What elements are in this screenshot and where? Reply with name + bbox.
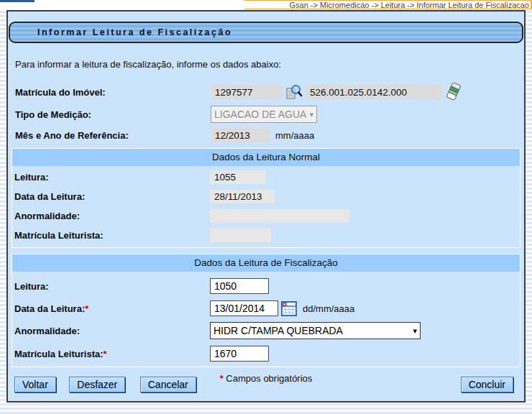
- leitura-normal-field: [210, 170, 266, 184]
- tipo-medicao-value: LIGACAO DE AGUA: [214, 109, 306, 120]
- page-title-text: Informar Leitura de Fiscalização: [37, 27, 232, 37]
- search-icon[interactable]: [285, 83, 303, 101]
- leitura-fiscal-input[interactable]: [210, 278, 269, 294]
- section-leitura-normal: Dados da Leitura Normal Leitura: Data da…: [12, 148, 520, 248]
- cancelar-button[interactable]: Cancelar: [140, 377, 196, 392]
- data-leitura-fiscal-label: Data da Leitura:*: [14, 303, 210, 314]
- breadcrumb[interactable]: Gsan -> Micromedicao -> Leitura -> Infor…: [289, 1, 529, 9]
- row-matricula-leiturista-normal: Matrícula Leiturista:: [12, 229, 520, 242]
- anormalidade-normal-label: Anormalidade:: [14, 211, 210, 221]
- row-leitura-fiscal: Leitura:: [12, 278, 520, 294]
- tipo-medicao-select: LIGACAO DE AGUA ▾: [211, 106, 317, 123]
- voltar-button[interactable]: Voltar: [14, 377, 56, 392]
- tipo-medicao-label: Tipo de Medição:: [15, 109, 211, 120]
- leitura-normal-label: Leitura:: [14, 172, 210, 183]
- leitura-fiscal-label: Leitura:: [14, 281, 210, 292]
- matricula-leiturista-fiscal-input[interactable]: [210, 346, 269, 362]
- main-panel: Informar Leitura de Fiscalização Para in…: [6, 10, 526, 402]
- data-leitura-normal-label: Data da Leitura:: [14, 191, 210, 202]
- calendar-icon[interactable]: [281, 300, 297, 316]
- row-anormalidade-normal: Anormalidade:: [12, 209, 520, 223]
- row-matricula-imovel: Matrícula do Imóvel:: [8, 83, 524, 101]
- matricula-leiturista-fiscal-label: Matrícula Leiturista:*: [14, 349, 210, 359]
- mes-ano-format-hint: mm/aaaa: [275, 130, 314, 141]
- row-anormalidade-fiscal: Anormalidade: HIDR C/TAMPA QUEBRADA ▾: [12, 322, 520, 339]
- mes-ano-referencia-input: [211, 128, 270, 142]
- desfazer-button[interactable]: Desfazer: [69, 377, 125, 392]
- anormalidade-fiscal-select[interactable]: HIDR C/TAMPA QUEBRADA ▾: [210, 322, 421, 339]
- anormalidade-normal-field: [210, 209, 349, 223]
- mes-ano-referencia-label: Mês e Ano de Referência:: [15, 130, 211, 141]
- data-leitura-normal-field: [210, 190, 275, 203]
- required-marker: *: [85, 303, 88, 314]
- row-mes-ano-referencia: Mês e Ano de Referência: mm/aaaa: [8, 128, 524, 142]
- inscricao-imovel-field: [306, 85, 442, 99]
- anormalidade-fiscal-label: Anormalidade:: [14, 326, 210, 336]
- eraser-icon[interactable]: [445, 83, 462, 101]
- section-leitura-fiscalizacao-header: Dados da Leitura de Fiscalização: [12, 254, 520, 272]
- section-leitura-fiscalizacao: Dados da Leitura de Fiscalização Leitura…: [12, 254, 520, 367]
- section-leitura-normal-header: Dados da Leitura Normal: [12, 149, 520, 166]
- row-data-leitura-normal: Data da Leitura:: [12, 190, 520, 203]
- top-left-tab-edge: [0, 0, 35, 2]
- data-format-hint: dd/mm/aaaa: [303, 303, 354, 314]
- anormalidade-fiscal-value: HIDR C/TAMPA QUEBRADA: [214, 325, 343, 336]
- row-matricula-leiturista-fiscal: Matrícula Leiturista:*: [12, 346, 520, 362]
- row-tipo-medicao: Tipo de Medição: LIGACAO DE AGUA ▾: [8, 106, 524, 123]
- chevron-down-icon: ▾: [413, 327, 417, 335]
- required-marker: *: [104, 349, 107, 359]
- concluir-button[interactable]: Concluir: [461, 377, 513, 392]
- row-data-leitura-fiscal: Data da Leitura:* dd/mm/aaaa: [12, 300, 520, 316]
- matricula-leiturista-normal-label: Matrícula Leiturista:: [14, 230, 210, 241]
- matricula-leiturista-normal-field: [210, 229, 271, 242]
- chevron-down-icon: ▾: [309, 111, 313, 119]
- button-row: Voltar Desfazer Cancelar Concluir: [14, 377, 513, 394]
- intro-text: Para informar a leitura de fiscalização,…: [15, 59, 524, 70]
- data-leitura-fiscal-input[interactable]: [210, 300, 278, 316]
- header-strip: Gsan -> Micromedicao -> Leitura -> Infor…: [0, 0, 532, 9]
- page-title: Informar Leitura de Fiscalização: [9, 22, 523, 43]
- matricula-imovel-input[interactable]: [211, 85, 283, 99]
- matricula-imovel-label: Matrícula do Imóvel:: [15, 87, 211, 98]
- row-leitura-normal: Leitura:: [12, 170, 520, 184]
